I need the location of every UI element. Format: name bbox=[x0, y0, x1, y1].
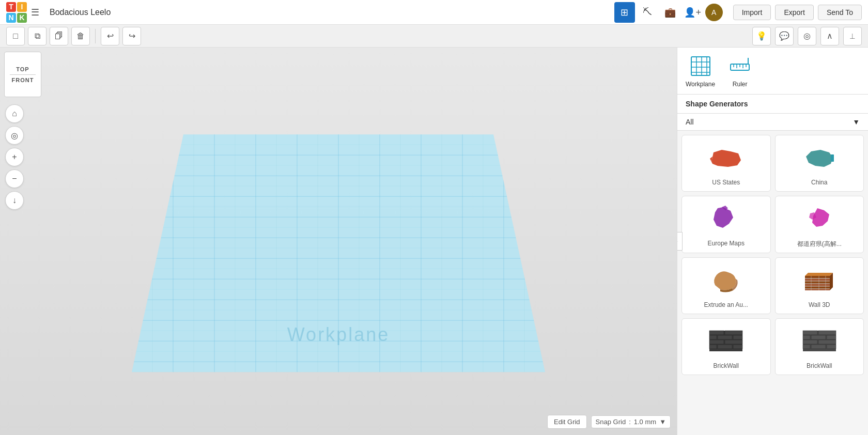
add-user-btn[interactable]: 👤+ bbox=[683, 2, 703, 23]
view-cube[interactable]: TOP FRONT bbox=[4, 52, 41, 97]
japan-img bbox=[799, 200, 840, 237]
workplane-container: Workplane bbox=[132, 124, 545, 384]
perspective-btn[interactable]: ↓ bbox=[5, 191, 24, 210]
import-btn[interactable]: Import bbox=[733, 5, 771, 20]
svg-rect-90 bbox=[803, 335, 810, 339]
new-shape-btn[interactable]: □ bbox=[6, 27, 25, 45]
svg-rect-88 bbox=[803, 331, 817, 335]
mirror-btn[interactable]: ⟂ bbox=[843, 27, 862, 45]
delete-btn[interactable]: 🗑 bbox=[71, 27, 90, 45]
briefcase-btn[interactable]: 💼 bbox=[660, 2, 680, 23]
bottom-controls: Edit Grid Snap Grid : 1.0 mm ▼ bbox=[547, 415, 671, 429]
shape-gen-header: Shape Generators bbox=[677, 95, 868, 114]
shape-item-us-states[interactable]: US States bbox=[681, 135, 771, 192]
brickwall-2-img bbox=[799, 323, 840, 359]
undo-btn[interactable]: ↩ bbox=[101, 27, 119, 45]
shape-row-4: BrickWall bbox=[681, 318, 864, 375]
svg-rect-94 bbox=[818, 340, 836, 344]
copy-btn[interactable]: 🗍 bbox=[50, 27, 68, 45]
redo-btn[interactable]: ↪ bbox=[122, 27, 141, 45]
shape-item-europe-maps[interactable]: Europe Maps bbox=[681, 196, 771, 253]
shape-gen-title: Shape Generators bbox=[686, 100, 748, 108]
shape-row-1: US States China bbox=[681, 135, 864, 192]
ruler-panel-btn[interactable]: Ruler bbox=[727, 54, 752, 88]
grid-view-btn[interactable]: ⊞ bbox=[614, 2, 635, 23]
brickwall-1-img bbox=[705, 323, 747, 359]
svg-rect-81 bbox=[733, 335, 742, 339]
send-to-btn[interactable]: Send To bbox=[818, 5, 862, 20]
svg-rect-78 bbox=[725, 331, 742, 335]
svg-rect-97 bbox=[827, 345, 836, 349]
brickwall-2-label: BrickWall bbox=[807, 362, 832, 369]
us-states-img bbox=[705, 139, 747, 176]
china-img bbox=[799, 139, 840, 176]
logo-n: N bbox=[6, 13, 16, 23]
ruler-icon bbox=[727, 54, 752, 79]
home-view-btn[interactable]: ⌂ bbox=[5, 104, 24, 123]
workplane-svg: Workplane bbox=[132, 124, 545, 382]
us-states-label: US States bbox=[712, 179, 740, 186]
svg-rect-62 bbox=[805, 278, 830, 281]
pickaxe-btn[interactable]: ⛏ bbox=[637, 2, 658, 23]
export-btn[interactable]: Export bbox=[775, 5, 813, 20]
right-panel: ⟩ Workplane bbox=[677, 48, 868, 435]
toolbar: □ ⧉ 🗍 🗑 ↩ ↪ 💡 💬 ◎ ∧ ⟂ bbox=[0, 25, 868, 48]
svg-rect-79 bbox=[709, 335, 717, 339]
logo-t: T bbox=[6, 2, 16, 12]
logo-k: K bbox=[17, 13, 27, 23]
svg-rect-77 bbox=[709, 331, 724, 335]
shape-item-wall3d[interactable]: Wall 3D bbox=[775, 257, 864, 314]
svg-rect-59 bbox=[831, 154, 834, 162]
europe-maps-img bbox=[705, 200, 747, 237]
dropdown-value: All bbox=[686, 118, 694, 126]
zoom-out-btn[interactable]: − bbox=[5, 169, 24, 188]
orbit-btn[interactable]: ◎ bbox=[798, 27, 816, 45]
snap-grid-arrow[interactable]: ▼ bbox=[659, 418, 666, 426]
shape-item-china[interactable]: China bbox=[775, 135, 864, 192]
brickwall-1-label: BrickWall bbox=[713, 362, 739, 369]
nav-icon-group: ⊞ ⛏ 💼 👤+ A bbox=[614, 2, 723, 23]
shape-gen-dropdown[interactable]: All ▼ bbox=[677, 114, 868, 131]
comment-btn[interactable]: 💬 bbox=[775, 27, 794, 45]
china-label: China bbox=[811, 179, 827, 186]
view-cube-top-label: TOP bbox=[16, 66, 29, 72]
extrude-label: Extrude an Au... bbox=[704, 301, 748, 308]
svg-rect-93 bbox=[803, 340, 817, 344]
shape-gen-dropdown-select[interactable]: All ▼ bbox=[686, 118, 860, 126]
svg-rect-64 bbox=[805, 284, 830, 286]
collapse-panel-btn[interactable]: ⟩ bbox=[677, 232, 683, 251]
viewport[interactable]: TOP FRONT ⌂ ◎ + − ↓ bbox=[0, 48, 677, 435]
workplane-panel-btn[interactable]: Workplane bbox=[686, 54, 715, 88]
zoom-in-btn[interactable]: + bbox=[5, 148, 24, 166]
fit-view-btn[interactable]: ◎ bbox=[5, 126, 24, 145]
tinkercad-logo[interactable]: T I N K bbox=[6, 2, 27, 23]
svg-rect-95 bbox=[803, 345, 810, 349]
wall3d-img bbox=[799, 262, 840, 298]
light-btn[interactable]: 💡 bbox=[752, 27, 771, 45]
duplicate-btn[interactable]: ⧉ bbox=[28, 27, 47, 45]
shape-item-extrude[interactable]: Extrude an Au... bbox=[681, 257, 771, 314]
shape-item-japan[interactable]: 都道府県(高解... bbox=[775, 196, 864, 253]
nav-controls: ⌂ ◎ + − ↓ bbox=[5, 104, 24, 210]
svg-rect-82 bbox=[709, 340, 724, 344]
dropdown-arrow-icon: ▼ bbox=[853, 118, 860, 126]
nav-actions: Import Export Send To bbox=[733, 5, 862, 20]
shape-item-brickwall-1[interactable]: BrickWall bbox=[681, 318, 771, 375]
user-avatar[interactable]: A bbox=[705, 4, 723, 21]
shape-row-2: Europe Maps 都道府県(高解... bbox=[681, 196, 864, 253]
shape-item-brickwall-2[interactable]: BrickWall bbox=[775, 318, 864, 375]
svg-rect-85 bbox=[718, 345, 732, 349]
edit-grid-btn[interactable]: Edit Grid bbox=[547, 415, 587, 429]
snap-grid-control: Snap Grid : 1.0 mm ▼ bbox=[591, 415, 671, 428]
svg-rect-91 bbox=[811, 335, 826, 339]
europe-maps-label: Europe Maps bbox=[708, 240, 745, 247]
align-btn[interactable]: ∧ bbox=[820, 27, 839, 45]
svg-rect-80 bbox=[718, 335, 732, 339]
svg-rect-89 bbox=[818, 331, 836, 335]
view-cube-front-label: FRONT bbox=[12, 77, 34, 83]
wall3d-label: Wall 3D bbox=[809, 301, 830, 308]
japan-label: 都道府県(高解... bbox=[797, 240, 842, 248]
hamburger-menu-icon[interactable]: ☰ bbox=[31, 7, 39, 18]
project-name: Bodacious Leelo bbox=[50, 8, 111, 17]
svg-rect-83 bbox=[725, 340, 742, 344]
